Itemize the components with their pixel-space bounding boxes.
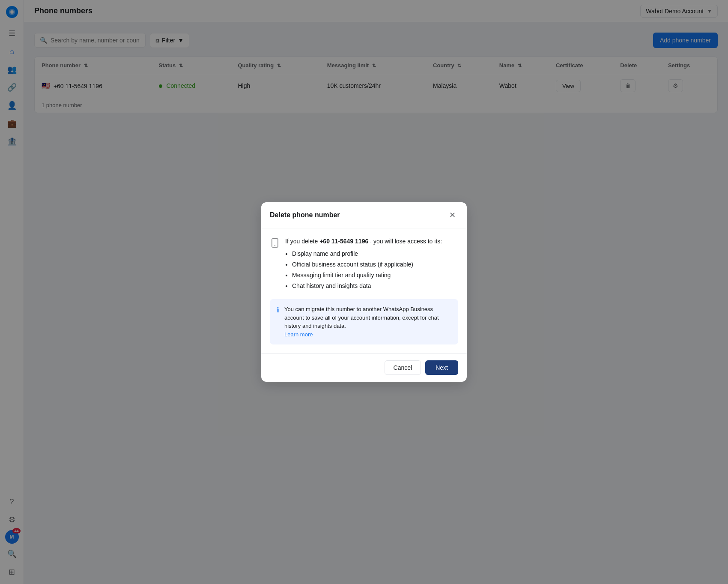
list-item: Messaging limit tier and quality rating [292, 271, 442, 280]
phone-icon [270, 238, 280, 292]
delete-phone-modal: Delete phone number ✕ If you delete +60 … [261, 202, 467, 382]
modal-overlay: Delete phone number ✕ If you delete +60 … [0, 0, 728, 584]
modal-header: Delete phone number ✕ [261, 202, 467, 228]
list-item: Official business account status (if app… [292, 260, 442, 269]
warning-list: Display name and profileOfficial busines… [292, 249, 442, 291]
info-icon: ℹ [277, 306, 279, 338]
list-item: Chat history and insights data [292, 282, 442, 291]
list-item: Display name and profile [292, 249, 442, 258]
learn-more-link[interactable]: Learn more [284, 331, 313, 338]
cancel-button[interactable]: Cancel [385, 360, 421, 375]
next-button[interactable]: Next [425, 360, 458, 375]
modal-footer: Cancel Next [261, 353, 467, 382]
modal-phone-number: +60 11-5649 1196 [319, 238, 368, 245]
modal-migrate-text: You can migrate this number to another W… [284, 305, 451, 338]
modal-title: Delete phone number [270, 211, 340, 219]
modal-close-button[interactable]: ✕ [446, 209, 458, 221]
modal-migrate-box: ℹ You can migrate this number to another… [270, 299, 458, 344]
modal-body: If you delete +60 11-5649 1196 , you wil… [261, 228, 467, 353]
modal-warning-text: If you delete +60 11-5649 1196 , you wil… [285, 237, 442, 292]
modal-warning-box: If you delete +60 11-5649 1196 , you wil… [270, 237, 458, 292]
